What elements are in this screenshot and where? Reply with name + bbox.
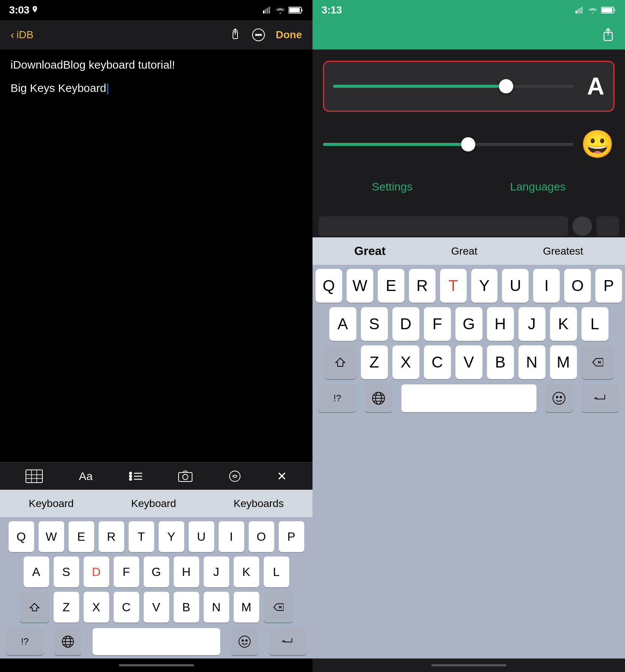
more-icon[interactable] (252, 28, 265, 42)
rkey-g[interactable]: G (455, 307, 482, 341)
note-content: iDownloadBlog keyboard tutorial! Big Key… (0, 50, 312, 462)
rkey-p[interactable]: P (595, 269, 622, 303)
note-body[interactable]: Big Keys Keyboard (11, 82, 302, 94)
svg-point-51 (553, 392, 565, 404)
rreturn-key[interactable] (581, 384, 619, 412)
rkey-o[interactable]: O (564, 269, 591, 303)
rkey-z[interactable]: Z (361, 345, 388, 379)
pencil-icon[interactable] (229, 470, 241, 482)
shift-key[interactable] (20, 592, 49, 622)
table-icon[interactable] (26, 470, 43, 483)
rkey-v[interactable]: V (455, 345, 482, 379)
share-icon[interactable] (229, 28, 241, 42)
rbackspace-key[interactable] (581, 345, 614, 379)
slider-section: A 😀 Settings Languages (312, 50, 625, 215)
rkey-a[interactable]: A (329, 307, 356, 341)
return-key[interactable] (269, 628, 306, 655)
key-x[interactable]: X (84, 592, 109, 622)
rglobe-key[interactable] (365, 384, 392, 412)
rkey-j[interactable]: J (518, 307, 545, 341)
rnumbers-key[interactable]: !? (319, 384, 356, 412)
numbers-key[interactable]: !? (6, 628, 44, 655)
rkey-s[interactable]: S (361, 307, 388, 341)
right-time: 3:13 (322, 4, 342, 16)
rkey-y[interactable]: Y (471, 269, 498, 303)
svg-rect-23 (179, 472, 192, 482)
key-q[interactable]: Q (9, 521, 34, 552)
key-d[interactable]: D (84, 556, 109, 587)
back-button[interactable]: ‹ iDB (11, 28, 33, 41)
key-h[interactable]: H (174, 556, 199, 587)
key-j[interactable]: J (204, 556, 229, 587)
svg-point-24 (183, 474, 188, 480)
rkey-t[interactable]: T (440, 269, 467, 303)
close-icon[interactable]: ✕ (277, 469, 287, 483)
rkey-h[interactable]: H (487, 307, 514, 341)
space-key[interactable] (93, 628, 220, 655)
key-z[interactable]: Z (54, 592, 79, 622)
key-r[interactable]: R (99, 521, 124, 552)
emoji-slider-thumb[interactable] (461, 137, 475, 152)
svg-point-25 (230, 471, 240, 482)
key-s[interactable]: S (54, 556, 79, 587)
svg-rect-41 (602, 8, 612, 12)
key-e[interactable]: E (69, 521, 94, 552)
rkey-r[interactable]: R (409, 269, 436, 303)
key-f[interactable]: F (114, 556, 139, 587)
right-suggestion-1[interactable]: Great (354, 244, 386, 258)
rkey-i[interactable]: I (533, 269, 560, 303)
done-button[interactable]: Done (276, 29, 302, 41)
languages-button[interactable]: Languages (510, 180, 565, 193)
rkey-b[interactable]: B (487, 345, 514, 379)
key-w[interactable]: W (39, 521, 64, 552)
key-l[interactable]: L (264, 556, 289, 587)
key-c[interactable]: C (114, 592, 139, 622)
remoji-key[interactable] (545, 384, 573, 412)
rkey-n[interactable]: N (518, 345, 545, 379)
key-a[interactable]: A (24, 556, 49, 587)
emoji-label: 😀 (581, 128, 614, 160)
rshift-key[interactable] (324, 345, 356, 379)
wifi-icon (275, 6, 285, 14)
key-o[interactable]: O (249, 521, 274, 552)
rkey-f[interactable]: F (424, 307, 451, 341)
key-u[interactable]: U (189, 521, 214, 552)
right-suggestion-3[interactable]: Greatest (543, 245, 583, 257)
svg-rect-2 (267, 8, 268, 14)
settings-button[interactable]: Settings (372, 180, 412, 193)
backspace-key[interactable] (264, 592, 293, 622)
key-n[interactable]: N (204, 592, 229, 622)
rkey-d[interactable]: D (392, 307, 419, 341)
key-y[interactable]: Y (159, 521, 184, 552)
suggestion-3[interactable]: Keyboards (234, 498, 284, 510)
list-icon[interactable] (129, 471, 142, 482)
rkey-q[interactable]: Q (316, 269, 342, 303)
rkey-u[interactable]: U (502, 269, 529, 303)
key-m[interactable]: M (234, 592, 259, 622)
key-k[interactable]: K (234, 556, 259, 587)
rkey-x[interactable]: X (392, 345, 419, 379)
rkey-l[interactable]: L (581, 307, 608, 341)
key-i[interactable]: I (219, 521, 244, 552)
battery-icon (288, 6, 303, 14)
camera-icon[interactable] (178, 471, 192, 482)
key-b[interactable]: B (174, 592, 199, 622)
format-icon[interactable]: Aa (79, 470, 93, 483)
rkey-m[interactable]: M (550, 345, 577, 379)
emoji-key[interactable] (231, 628, 258, 655)
rkey-e[interactable]: E (378, 269, 404, 303)
globe-key[interactable] (54, 628, 81, 655)
share-icon-right[interactable] (602, 28, 614, 42)
rkey-c[interactable]: C (424, 345, 451, 379)
font-slider-thumb[interactable] (499, 79, 513, 93)
rspace-key[interactable] (401, 384, 536, 412)
key-g[interactable]: G (144, 556, 169, 587)
rkey-w[interactable]: W (347, 269, 373, 303)
key-t[interactable]: T (129, 521, 154, 552)
right-suggestion-2[interactable]: Great (451, 245, 478, 257)
suggestion-1[interactable]: Keyboard (29, 498, 74, 510)
key-p[interactable]: P (279, 521, 304, 552)
key-v[interactable]: V (144, 592, 169, 622)
suggestion-2[interactable]: Keyboard (131, 498, 176, 510)
rkey-k[interactable]: K (550, 307, 577, 341)
